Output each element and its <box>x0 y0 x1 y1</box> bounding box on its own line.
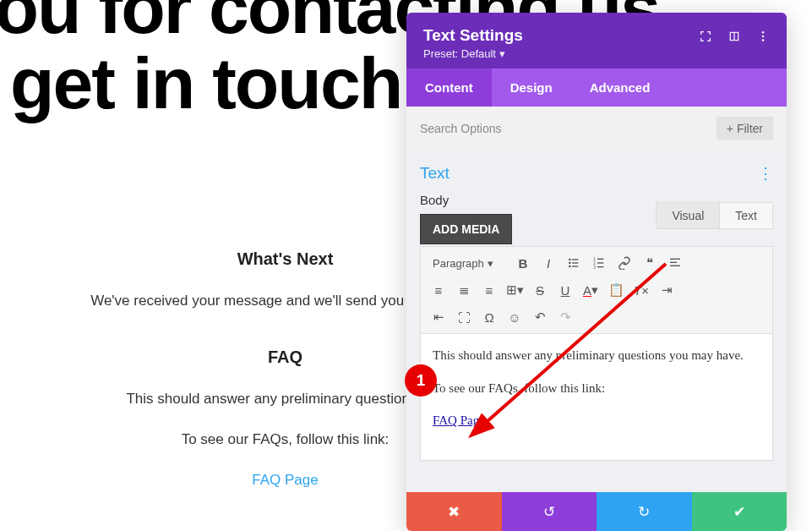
svg-point-2 <box>762 39 765 41</box>
numbered-list-icon[interactable]: 123 <box>586 252 612 274</box>
special-char-icon[interactable]: Ω <box>477 306 502 328</box>
align-left-icon[interactable]: ≡ <box>426 279 451 301</box>
modal-header: Text Settings Preset: Default ▾ <box>406 13 787 68</box>
svg-point-5 <box>569 262 571 265</box>
text-settings-modal: Text Settings Preset: Default ▾ Content … <box>406 13 787 531</box>
svg-rect-17 <box>670 266 680 266</box>
align-icon[interactable] <box>662 252 688 274</box>
svg-point-7 <box>569 266 571 268</box>
snap-icon[interactable] <box>728 30 741 47</box>
table-icon[interactable]: ⊞▾ <box>502 279 527 301</box>
blockquote-icon[interactable]: ❝ <box>637 252 662 274</box>
editor-tab-visual[interactable]: Visual <box>656 202 720 229</box>
align-right-icon[interactable]: ≡ <box>477 279 502 301</box>
svg-rect-6 <box>572 262 578 263</box>
editor-faq-link[interactable]: FAQ Page <box>433 413 485 427</box>
svg-point-1 <box>762 36 765 38</box>
svg-rect-4 <box>572 259 578 260</box>
modal-body: Text ⋮ Body ADD MEDIA Visual Text Paragr… <box>406 151 787 492</box>
link-icon[interactable] <box>612 252 637 274</box>
fullscreen-icon[interactable]: ⛶ <box>451 306 477 328</box>
text-section-title[interactable]: Text <box>420 164 450 183</box>
undo-button[interactable]: ↺ <box>502 492 597 531</box>
undo-icon[interactable]: ↶ <box>527 306 553 328</box>
redo-icon[interactable]: ↷ <box>553 306 578 328</box>
bold-icon[interactable]: B <box>510 252 536 274</box>
svg-point-3 <box>569 259 571 261</box>
editor-tab-text[interactable]: Text <box>719 202 773 229</box>
text-color-icon[interactable]: A▾ <box>578 279 603 301</box>
clear-format-icon[interactable]: T× <box>629 279 654 301</box>
italic-icon[interactable]: I <box>536 252 561 274</box>
save-button[interactable]: ✔ <box>692 492 787 531</box>
cancel-button[interactable]: ✖ <box>406 492 502 531</box>
tab-content[interactable]: Content <box>406 68 492 107</box>
editor-toolbar: Paragraph▾ B I 123 ❝ ≡ ≣ <box>420 246 773 334</box>
modal-title: Text Settings <box>423 26 523 45</box>
modal-preset[interactable]: Preset: Default ▾ <box>423 47 523 60</box>
align-center-icon[interactable]: ≣ <box>451 279 477 301</box>
paste-icon[interactable]: 📋 <box>603 279 629 301</box>
tab-advanced[interactable]: Advanced <box>571 68 669 107</box>
underline-icon[interactable]: U <box>553 279 578 301</box>
format-dropdown[interactable]: Paragraph▾ <box>426 255 510 272</box>
svg-rect-16 <box>670 262 677 263</box>
editor-line1: This should answer any preliminary quest… <box>433 346 760 365</box>
search-bar: Search Options + Filter <box>406 107 787 151</box>
svg-rect-8 <box>572 266 578 266</box>
editor-content[interactable]: This should answer any preliminary quest… <box>420 334 773 461</box>
more-icon[interactable] <box>756 30 770 47</box>
svg-text:3: 3 <box>593 266 596 270</box>
svg-rect-10 <box>597 259 603 260</box>
outdent-icon[interactable]: ⇤ <box>426 306 451 328</box>
svg-point-0 <box>762 31 765 34</box>
tab-design[interactable]: Design <box>492 68 571 107</box>
annotation-marker: 1 <box>405 364 437 397</box>
hero-heading-line2: e'll get in touch. <box>0 47 420 121</box>
expand-icon[interactable] <box>699 30 712 47</box>
section-more-icon[interactable]: ⋮ <box>758 164 773 183</box>
filter-button[interactable]: + Filter <box>717 117 773 140</box>
modal-footer: ✖ ↺ ↻ ✔ <box>406 492 787 531</box>
emoji-icon[interactable]: ☺ <box>502 306 527 328</box>
indent-icon[interactable]: ⇥ <box>654 279 679 301</box>
svg-rect-14 <box>597 266 603 267</box>
modal-tabs: Content Design Advanced <box>406 68 787 107</box>
svg-rect-12 <box>597 262 603 263</box>
add-media-button[interactable]: ADD MEDIA <box>420 214 512 244</box>
editor-line2: To see our FAQs, follow this link: <box>433 379 760 398</box>
redo-button[interactable]: ↻ <box>597 492 692 531</box>
bullet-list-icon[interactable] <box>561 252 586 274</box>
search-input[interactable]: Search Options <box>420 122 502 135</box>
svg-rect-15 <box>670 259 680 260</box>
strikethrough-icon[interactable]: S <box>527 279 553 301</box>
